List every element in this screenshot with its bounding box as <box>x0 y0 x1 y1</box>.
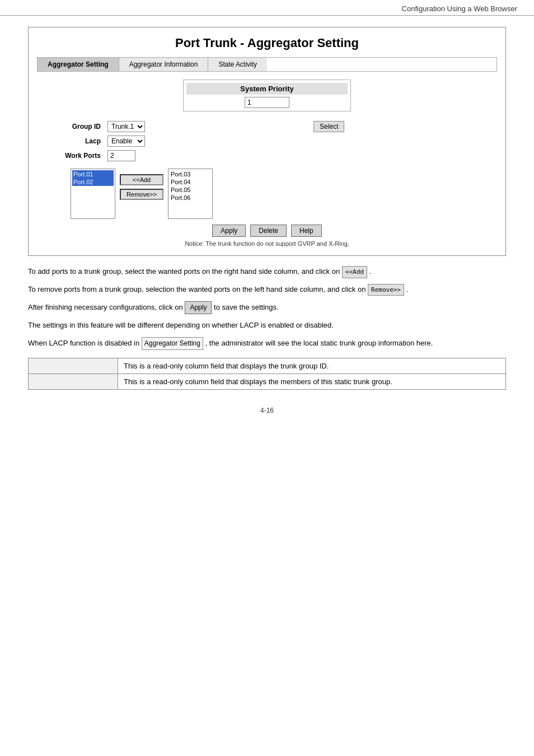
tabs-row: Aggregator Setting Aggregator Informatio… <box>37 57 497 72</box>
system-priority-label: System Priority <box>186 83 348 95</box>
table-cell-col1-2 <box>29 374 118 390</box>
port-item[interactable]: Port.02 <box>72 178 114 186</box>
add-button[interactable]: <<Add <box>120 174 163 185</box>
lacp-select[interactable]: Enable Disable <box>107 136 145 147</box>
add-button-ref: <<Add <box>342 266 367 278</box>
screenshot-box: Port Trunk - Aggregator Setting Aggregat… <box>28 27 506 256</box>
page-header: Configuration Using a Web Browser <box>0 0 534 16</box>
body-para-3: After finishing necessary configurations… <box>28 301 506 314</box>
body-para-5: When LACP function is disabled in Aggreg… <box>28 337 506 350</box>
lacp-label: Lacp <box>48 134 104 148</box>
port-item[interactable]: Port.06 <box>170 194 211 202</box>
remove-button-ref: Remove>> <box>368 284 404 296</box>
left-port-list[interactable]: Port.01 Port.02 <box>71 169 115 219</box>
port-item[interactable]: Port.05 <box>170 186 211 194</box>
table-row: This is a read-only column field that di… <box>29 374 506 390</box>
group-id-cell: Trunk.1 <box>104 119 310 134</box>
body-para-1: To add ports to a trunk group, select th… <box>28 266 506 278</box>
bottom-buttons: Apply Delete Help <box>48 225 486 237</box>
form-table: Group ID Trunk.1 Select Lacp Enable <box>48 119 486 163</box>
screenshot-title: Port Trunk - Aggregator Setting <box>37 36 497 50</box>
right-port-list[interactable]: Port.03 Port.04 Port.05 Port.06 <box>168 169 213 219</box>
work-ports-label: Work Ports <box>48 148 104 163</box>
help-button[interactable]: Help <box>291 225 322 237</box>
port-item[interactable]: Port.04 <box>170 178 211 186</box>
apply-button-ref: Apply <box>185 301 212 314</box>
form-area: System Priority Group ID Trunk.1 Select <box>37 80 497 247</box>
port-lists-area: Port.01 Port.02 <<Add Remove>> Port.03 P… <box>71 169 486 219</box>
select-button[interactable]: Select <box>313 121 344 132</box>
page-number: 4-16 <box>28 407 506 426</box>
select-button-cell: Select <box>310 119 486 134</box>
main-content: Port Trunk - Aggregator Setting Aggregat… <box>0 21 534 442</box>
add-remove-buttons: <<Add Remove>> <box>120 169 163 200</box>
table-row: This is a read-only column field that di… <box>29 358 506 374</box>
body-para-2: To remove ports from a trunk group, sele… <box>28 284 506 296</box>
table-cell-col1-1 <box>29 358 118 374</box>
work-ports-cell <box>104 148 310 163</box>
apply-button[interactable]: Apply <box>212 225 246 237</box>
system-priority-input[interactable] <box>245 97 289 108</box>
tab-aggregator-setting[interactable]: Aggregator Setting <box>38 58 119 71</box>
info-table: This is a read-only column field that di… <box>28 358 506 390</box>
lacp-setting-ref: Aggregator Setting <box>142 337 203 350</box>
delete-button[interactable]: Delete <box>250 225 287 237</box>
table-cell-col2-2: This is a read-only column field that di… <box>118 374 506 390</box>
notice-text: Notice: The trunk function do not suppor… <box>48 240 486 247</box>
system-priority-section: System Priority <box>183 80 351 111</box>
tab-aggregator-information[interactable]: Aggregator Information <box>119 58 209 71</box>
tab-state-activity[interactable]: State Activity <box>208 58 267 71</box>
remove-button[interactable]: Remove>> <box>120 189 163 200</box>
work-ports-input[interactable] <box>107 150 135 161</box>
group-id-select[interactable]: Trunk.1 <box>107 121 145 132</box>
lacp-cell: Enable Disable <box>104 134 310 148</box>
group-id-label: Group ID <box>48 119 104 134</box>
table-cell-col2-1: This is a read-only column field that di… <box>118 358 506 374</box>
port-item[interactable]: Port.01 <box>72 170 114 178</box>
body-para-4: The settings in this feature will be dif… <box>28 320 506 332</box>
port-item[interactable]: Port.03 <box>170 170 211 178</box>
header-title: Configuration Using a Web Browser <box>402 4 517 13</box>
